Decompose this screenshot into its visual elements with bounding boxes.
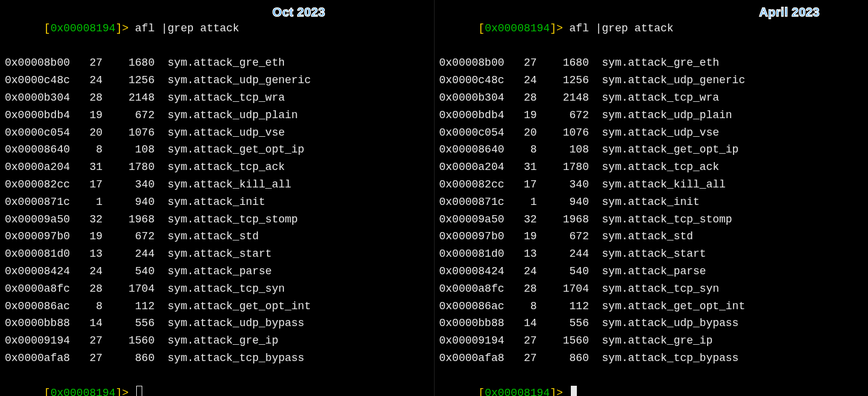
row-col2: 340 (537, 178, 589, 190)
row-col1: 27 (70, 335, 102, 347)
prompt-line: [0x00008194]> afl |grep attack (5, 2, 429, 54)
output-row: 0x0000afa8 27 860 sym.attack_tcp_bypass (439, 350, 864, 367)
row-symbol: sym.attack_get_opt_ip (589, 143, 738, 156)
row-col2: 112 (102, 300, 154, 312)
terminal-pane-right[interactable]: April 2023 [0x00008194]> afl |grep attac… (435, 0, 869, 396)
row-col2: 672 (102, 109, 154, 121)
prompt-open-bracket: [ (478, 22, 485, 34)
output-row: 0x00008424 24 540 sym.attack_parse (5, 263, 429, 280)
row-address: 0x000081d0 (5, 248, 70, 260)
row-col2: 1780 (537, 161, 589, 173)
row-col1: 20 (505, 127, 537, 139)
row-col1: 8 (505, 300, 537, 312)
row-symbol: sym.attack_udp_bypass (154, 317, 304, 329)
output-row: 0x0000b304 28 2148 sym.attack_tcp_wra (5, 89, 429, 107)
row-col1: 27 (505, 352, 537, 364)
row-col2: 860 (537, 352, 589, 364)
row-col2: 1704 (102, 283, 154, 295)
row-address: 0x000081d0 (439, 248, 505, 260)
row-symbol: sym.attack_tcp_syn (589, 283, 719, 295)
row-symbol: sym.attack_udp_bypass (589, 317, 738, 329)
row-symbol: sym.attack_gre_eth (154, 57, 285, 69)
row-symbol: sym.attack_get_opt_ip (154, 143, 304, 156)
row-col1: 19 (505, 230, 537, 242)
row-col2: 1680 (102, 57, 154, 69)
cursor-icon (571, 386, 577, 396)
row-address: 0x0000c054 (5, 127, 70, 139)
output-row: 0x0000c054 20 1076 sym.attack_udp_vse (5, 124, 429, 142)
row-col1: 13 (70, 248, 102, 260)
row-address: 0x000097b0 (439, 230, 505, 242)
prompt-close-bracket: ]> (550, 22, 569, 34)
row-col2: 2148 (102, 92, 154, 104)
row-col2: 1256 (102, 74, 154, 86)
row-col1: 1 (70, 196, 102, 208)
row-col2: 672 (102, 230, 154, 242)
output-row: 0x00009a50 32 1968 sym.attack_tcp_stomp (439, 211, 864, 228)
row-symbol: sym.attack_udp_plain (589, 109, 732, 121)
output-row: 0x0000a204 31 1780 sym.attack_tcp_ack (439, 159, 864, 176)
row-symbol: sym.attack_udp_vse (154, 127, 285, 139)
output-row: 0x0000bdb4 19 672 sym.attack_udp_plain (439, 107, 864, 124)
prompt-address: 0x00008194 (51, 387, 116, 396)
row-symbol: sym.attack_tcp_stomp (589, 213, 732, 225)
row-symbol: sym.attack_udp_generic (589, 74, 745, 86)
row-address: 0x000082cc (5, 178, 70, 190)
row-symbol: sym.attack_udp_generic (154, 74, 310, 86)
row-col1: 24 (70, 74, 102, 86)
row-col2: 940 (537, 196, 589, 208)
row-col2: 108 (537, 143, 589, 156)
row-address: 0x0000a8fc (439, 283, 505, 295)
row-col2: 108 (102, 143, 154, 156)
row-col1: 17 (70, 178, 102, 190)
row-col1: 31 (505, 161, 537, 173)
row-address: 0x00008b00 (5, 57, 70, 69)
output-row: 0x0000c48c 24 1256 sym.attack_udp_generi… (5, 72, 429, 89)
row-symbol: sym.attack_kill_all (589, 178, 726, 190)
row-symbol: sym.attack_parse (589, 265, 706, 277)
row-address: 0x0000871c (5, 196, 70, 208)
output-row: 0x000097b0 19 672 sym.attack_std (439, 228, 864, 245)
output-row: 0x000082cc 17 340 sym.attack_kill_all (5, 176, 429, 193)
row-address: 0x000086ac (5, 300, 70, 312)
row-col2: 540 (102, 265, 154, 277)
row-address: 0x00009a50 (5, 213, 70, 225)
output-row: 0x0000871c 1 940 sym.attack_init (5, 193, 429, 211)
row-col1: 27 (505, 57, 537, 69)
row-symbol: sym.attack_gre_ip (154, 335, 278, 347)
terminal-pane-left[interactable]: Oct 2023 [0x00008194]> afl |grep attack … (0, 0, 435, 396)
prompt-address: 0x00008194 (485, 387, 550, 396)
row-address: 0x0000a204 (5, 161, 70, 173)
row-col2: 1560 (537, 335, 589, 347)
row-col2: 540 (537, 265, 589, 277)
row-col1: 1 (505, 196, 537, 208)
output-row: 0x0000a8fc 28 1704 sym.attack_tcp_syn (439, 280, 864, 298)
row-col2: 940 (102, 196, 154, 208)
output-row: 0x000081d0 13 244 sym.attack_start (439, 245, 864, 263)
row-address: 0x0000c054 (439, 127, 505, 139)
row-symbol: sym.attack_tcp_bypass (154, 352, 304, 364)
row-col2: 244 (537, 248, 589, 260)
row-symbol: sym.attack_tcp_ack (154, 161, 285, 173)
prompt-close-bracket: ]> (116, 387, 135, 396)
row-symbol: sym.attack_start (589, 248, 706, 260)
output-row: 0x0000afa8 27 860 sym.attack_tcp_bypass (5, 350, 429, 367)
row-col1: 17 (505, 178, 537, 190)
row-symbol: sym.attack_get_opt_int (589, 300, 745, 312)
row-col2: 340 (102, 178, 154, 190)
command-text: afl |grep attack (570, 22, 674, 34)
output-row: 0x0000a204 31 1780 sym.attack_tcp_ack (5, 159, 429, 176)
output-row: 0x00009194 27 1560 sym.attack_gre_ip (439, 332, 864, 350)
row-col1: 24 (505, 74, 537, 86)
row-col2: 1076 (102, 127, 154, 139)
output-row: 0x0000bdb4 19 672 sym.attack_udp_plain (5, 107, 429, 124)
row-col1: 14 (70, 317, 102, 329)
row-address: 0x0000bdb4 (439, 109, 505, 121)
row-address: 0x0000a8fc (5, 283, 70, 295)
row-symbol: sym.attack_udp_vse (589, 127, 719, 139)
row-col1: 13 (505, 248, 537, 260)
row-address: 0x000097b0 (5, 230, 70, 242)
row-address: 0x000082cc (439, 178, 505, 190)
output-row: 0x0000a8fc 28 1704 sym.attack_tcp_syn (5, 280, 429, 298)
output-row: 0x0000871c 1 940 sym.attack_init (439, 193, 864, 211)
